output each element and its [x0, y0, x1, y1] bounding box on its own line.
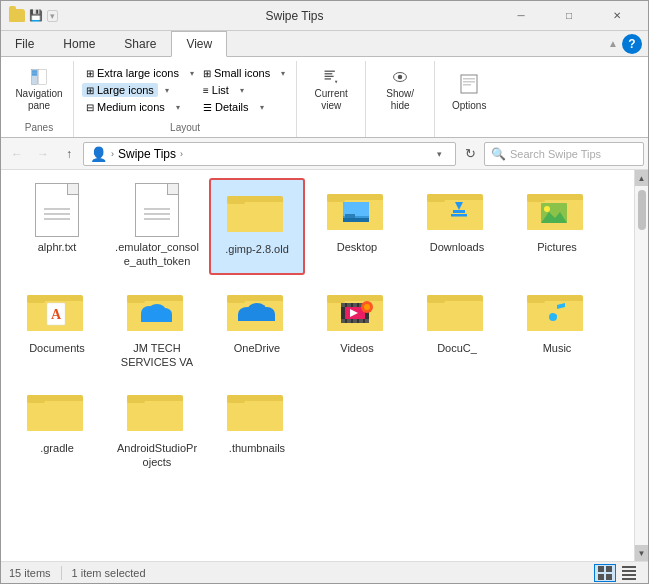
- svg-rect-97: [622, 578, 636, 580]
- tab-home[interactable]: Home: [49, 31, 110, 57]
- options-group: Options: [435, 61, 503, 137]
- text-file-visual-2: [135, 183, 179, 237]
- extra-large-icons-btn[interactable]: ⊞ Extra large icons: [82, 66, 183, 80]
- file-item-desktop[interactable]: Desktop: [309, 178, 405, 275]
- layout-dropdown-1[interactable]: ▾: [187, 65, 197, 81]
- svg-rect-1: [38, 69, 46, 84]
- svg-rect-86: [127, 395, 145, 403]
- search-icon: 🔍: [491, 147, 506, 161]
- file-label-documents: Documents: [29, 341, 85, 355]
- show-hide-button[interactable]: Show/hide: [374, 64, 426, 116]
- folder-icon-documents: A: [27, 287, 87, 335]
- options-button[interactable]: Options: [443, 64, 495, 116]
- tab-share[interactable]: Share: [110, 31, 171, 57]
- file-label-downloads: Downloads: [430, 240, 484, 254]
- file-item-gimp-old[interactable]: .gimp-2.8.old: [209, 178, 305, 275]
- forward-button[interactable]: →: [31, 142, 55, 166]
- file-label-music: Music: [543, 341, 572, 355]
- window: 💾 ▾ Swipe Tips ─ □ ✕ File Home Share Vie…: [0, 0, 649, 584]
- svg-rect-95: [622, 570, 636, 572]
- file-item-gradle[interactable]: .gradle: [9, 379, 105, 476]
- folder-icon-pictures: [527, 186, 587, 234]
- ribbon-tab-bar: File Home Share View ▲ ?: [1, 31, 648, 57]
- back-button[interactable]: ←: [5, 142, 29, 166]
- svg-rect-91: [606, 566, 612, 572]
- medium-icons-btn[interactable]: ⊟ Medium icons: [82, 100, 169, 114]
- tab-file[interactable]: File: [1, 31, 49, 57]
- details-btn[interactable]: ☰ Details: [199, 100, 253, 114]
- file-item-onedrive[interactable]: OneDrive: [209, 279, 305, 376]
- selected-count: 1 item selected: [72, 567, 146, 579]
- small-icons-btn[interactable]: ⊞ Small icons: [199, 66, 274, 80]
- small-icons-label: Small icons: [214, 67, 270, 79]
- tab-view[interactable]: View: [171, 31, 227, 57]
- svg-rect-23: [343, 202, 369, 216]
- list-icon: ≡: [203, 85, 209, 96]
- help-button[interactable]: ?: [622, 34, 642, 54]
- file-item-music[interactable]: Music: [509, 279, 605, 376]
- layout-items: ⊞ Extra large icons ▾ ⊞ Large icons ▾: [82, 61, 288, 151]
- window-icon: [9, 9, 25, 22]
- scrollbar[interactable]: ▲ ▼: [634, 170, 648, 561]
- svg-point-36: [544, 206, 550, 212]
- svg-rect-18: [227, 196, 245, 204]
- scroll-up-button[interactable]: ▲: [635, 170, 649, 186]
- ribbon-collapse-icon[interactable]: ▲: [608, 38, 618, 49]
- file-item-downloads[interactable]: Downloads: [409, 178, 505, 275]
- qa-dropdown[interactable]: ▾: [47, 10, 58, 22]
- layout-dropdown-5[interactable]: ▾: [237, 82, 247, 98]
- layout-dropdown-4[interactable]: ▾: [278, 65, 288, 81]
- file-item-documents[interactable]: A Documents: [9, 279, 105, 376]
- folder-icon-music: [527, 287, 587, 335]
- svg-rect-66: [341, 319, 345, 323]
- search-box[interactable]: 🔍 Search Swipe Tips: [484, 142, 644, 166]
- detail-view-button[interactable]: [618, 564, 640, 582]
- file-item-jmtech[interactable]: JM TECHSERVICES VA: [109, 279, 205, 376]
- file-icon-documents: A: [27, 285, 87, 337]
- navigation-pane-button[interactable]: Navigationpane: [13, 64, 65, 116]
- svg-rect-21: [327, 194, 345, 202]
- file-item-pictures[interactable]: Pictures: [509, 178, 605, 275]
- minimize-button[interactable]: ─: [498, 1, 544, 31]
- refresh-button[interactable]: ↻: [458, 142, 482, 166]
- file-item-videos[interactable]: Videos: [309, 279, 405, 376]
- large-icons-btn[interactable]: ⊞ Large icons: [82, 83, 158, 97]
- list-btn[interactable]: ≡ List: [199, 83, 233, 97]
- svg-rect-49: [141, 314, 172, 322]
- sort-icon: [317, 68, 345, 86]
- folder-icon-onedrive: [227, 287, 287, 335]
- file-item-alphr-txt[interactable]: alphr.txt: [9, 178, 105, 275]
- large-view-button[interactable]: [594, 564, 616, 582]
- file-label-docu: DocuC_: [437, 341, 477, 355]
- svg-rect-5: [325, 71, 335, 72]
- scroll-thumb[interactable]: [638, 190, 646, 230]
- folder-icon-gimp: [227, 188, 287, 236]
- file-item-thumbnails[interactable]: .thumbnails: [209, 379, 305, 476]
- svg-rect-82: [27, 401, 83, 431]
- file-item-docu[interactable]: DocuC_: [409, 279, 505, 376]
- file-label-desktop: Desktop: [337, 240, 377, 254]
- layout-row-5: ≡ List ▾: [199, 82, 288, 98]
- window-controls: ─ □ ✕: [498, 1, 640, 31]
- file-item-androidstudio[interactable]: AndroidStudioProjects: [109, 379, 205, 476]
- svg-rect-92: [598, 574, 604, 580]
- layout-dropdown-3[interactable]: ▾: [173, 99, 183, 115]
- layout-row-3: ⊟ Medium icons ▾: [82, 99, 197, 115]
- current-view-button[interactable]: Currentview: [305, 64, 357, 116]
- file-item-emulator-token[interactable]: .emulator_console_auth_token: [109, 178, 205, 275]
- layout-dropdown-6[interactable]: ▾: [257, 99, 267, 115]
- maximize-button[interactable]: □: [546, 1, 592, 31]
- close-button[interactable]: ✕: [594, 1, 640, 31]
- item-count: 15 items: [9, 567, 51, 579]
- medium-icons-label: Medium icons: [97, 101, 165, 113]
- svg-rect-14: [463, 81, 475, 83]
- text-lines: [44, 208, 70, 220]
- layout-dropdown-2[interactable]: ▾: [162, 82, 172, 98]
- file-label-pictures: Pictures: [537, 240, 577, 254]
- address-dropdown-button[interactable]: ▾: [429, 143, 449, 165]
- layout-row-4: ⊞ Small icons ▾: [199, 65, 288, 81]
- show-hide-label: Show/hide: [386, 88, 414, 112]
- up-button[interactable]: ↑: [57, 142, 81, 166]
- svg-text:A: A: [51, 307, 62, 322]
- scroll-down-button[interactable]: ▼: [635, 545, 649, 561]
